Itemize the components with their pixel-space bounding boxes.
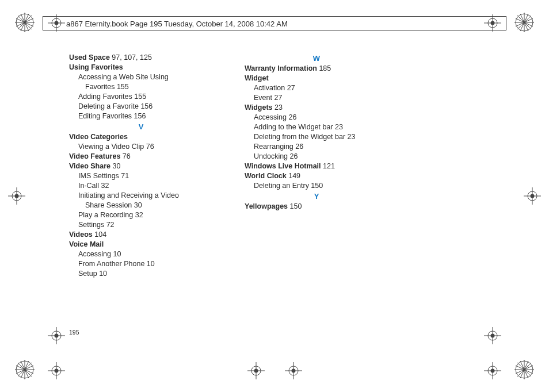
index-subentry: Activation 27 (245, 83, 388, 93)
index-term: Video Share (69, 162, 110, 170)
index-entry: Warranty Information 185 (245, 64, 388, 74)
index-entry: Windows Live Hotmail 121 (245, 162, 388, 171)
svg-line-22 (18, 363, 32, 376)
page-ref: 150 (288, 202, 302, 210)
page-ref: 150 (309, 182, 323, 190)
svg-line-35 (516, 366, 533, 374)
svg-line-31 (517, 363, 531, 376)
svg-point-0 (16, 14, 33, 31)
page-number: 195 (69, 329, 79, 336)
svg-line-3 (18, 16, 32, 29)
page-ref: 23 (345, 133, 355, 141)
index-term: Used Space (69, 53, 110, 62)
index-term: Video Features (69, 152, 120, 160)
page-ref: 23 (333, 123, 343, 131)
index-entry: Videos 104 (69, 230, 213, 240)
svg-line-33 (520, 361, 528, 378)
svg-line-5 (21, 14, 29, 31)
header-frame-bottom (43, 30, 506, 30)
page-ref: 149 (287, 172, 300, 180)
page-ref: 30 (132, 201, 142, 209)
index-entry: World Clock 149 (245, 171, 388, 181)
index-subentry: Setup 10 (69, 269, 213, 279)
crosshair-icon (484, 327, 501, 344)
crosshair-icon (247, 362, 265, 379)
index-subentry: From Another Phone 10 (69, 259, 213, 269)
index-section-letter: Y (245, 191, 388, 201)
page-ref: 155 (132, 93, 146, 101)
svg-line-15 (520, 14, 528, 31)
index-term: Widget (245, 74, 269, 82)
page-ref: 27 (285, 84, 295, 92)
index-subentry: Undocking 26 (245, 152, 388, 162)
page-ref: 26 (288, 152, 298, 160)
index-term: Videos (69, 230, 93, 239)
page-ref: 97, 107, 125 (110, 53, 152, 62)
index-entry: Video Share 30 (69, 162, 213, 171)
index-subentry: Adding Favorites 155 (69, 92, 213, 102)
index-subentry: Settings 72 (69, 220, 213, 230)
svg-line-24 (21, 361, 29, 378)
registration-mark-icon (15, 360, 35, 379)
crosshair-icon (524, 187, 541, 205)
header-frame-right (506, 16, 506, 30)
svg-line-32 (520, 361, 528, 378)
index-subentry: Accessing 26 (245, 113, 388, 122)
page-ref: 156 (139, 102, 152, 110)
svg-line-7 (16, 18, 33, 26)
svg-line-21 (18, 363, 32, 376)
crosshair-icon (484, 14, 501, 32)
index-subentry: IMS Settings 71 (69, 171, 213, 181)
index-column-left: Used Space 97, 107, 125 Using Favorites … (69, 53, 213, 279)
header-frame-top (43, 16, 506, 17)
index-entry: Voice Mail (69, 240, 213, 249)
index-entry: Widgets 23 (245, 103, 388, 113)
svg-line-16 (516, 18, 533, 26)
registration-mark-icon (514, 13, 534, 32)
index-subentry: Adding to the Widget bar 23 (245, 122, 388, 132)
svg-line-4 (18, 16, 32, 29)
index-term: Video Categories (69, 133, 128, 141)
header-frame-left (43, 16, 43, 30)
index-term: Widgets (245, 103, 273, 112)
page-ref: 32 (133, 211, 143, 219)
svg-line-14 (520, 14, 528, 31)
page-ref: 26 (287, 113, 296, 121)
svg-point-27 (516, 361, 533, 378)
index-subentry: Initiating and Receiving a Video (69, 191, 213, 201)
page-ref: 156 (132, 112, 146, 120)
svg-line-30 (517, 363, 531, 376)
index-entry: Video Categories (69, 132, 213, 142)
crosshair-icon (48, 362, 65, 379)
index-term: Windows Live Hotmail (245, 162, 321, 170)
svg-line-23 (21, 361, 29, 378)
page-ref: 10 (144, 260, 154, 268)
index-entry: Yellowpages 150 (245, 202, 388, 212)
index-subentry: Deleting a Favorite 156 (69, 102, 213, 112)
index-entry: Video Features 76 (69, 152, 213, 162)
index-subentry: Viewing a Video Clip 76 (69, 142, 213, 152)
svg-point-18 (16, 361, 33, 378)
index-term: World Clock (245, 172, 287, 180)
index-subentry: Deleting from the Widget bar 23 (245, 132, 388, 142)
svg-line-26 (16, 366, 33, 374)
index-subentry: Play a Recording 32 (69, 210, 213, 220)
registration-mark-icon (514, 360, 534, 379)
index-section-letter: V (69, 122, 213, 132)
svg-line-13 (517, 16, 531, 29)
page-ref: 23 (273, 103, 283, 112)
svg-line-25 (16, 366, 33, 374)
index-column-right: W Warranty Information 185 Widget Activa… (245, 53, 388, 279)
index-subentry: Rearranging 26 (245, 142, 388, 152)
index-section-letter: W (245, 53, 388, 63)
svg-line-12 (517, 16, 531, 29)
index-term: Voice Mail (69, 240, 104, 248)
crosshair-icon (285, 362, 302, 379)
svg-line-17 (516, 18, 533, 26)
page-ref: 155 (115, 83, 128, 91)
page-ref: 32 (99, 182, 109, 190)
index-subentry: Event 27 (245, 93, 388, 103)
page-ref: 30 (110, 162, 120, 170)
svg-point-9 (516, 14, 533, 31)
index-entry: Widget (245, 74, 388, 83)
